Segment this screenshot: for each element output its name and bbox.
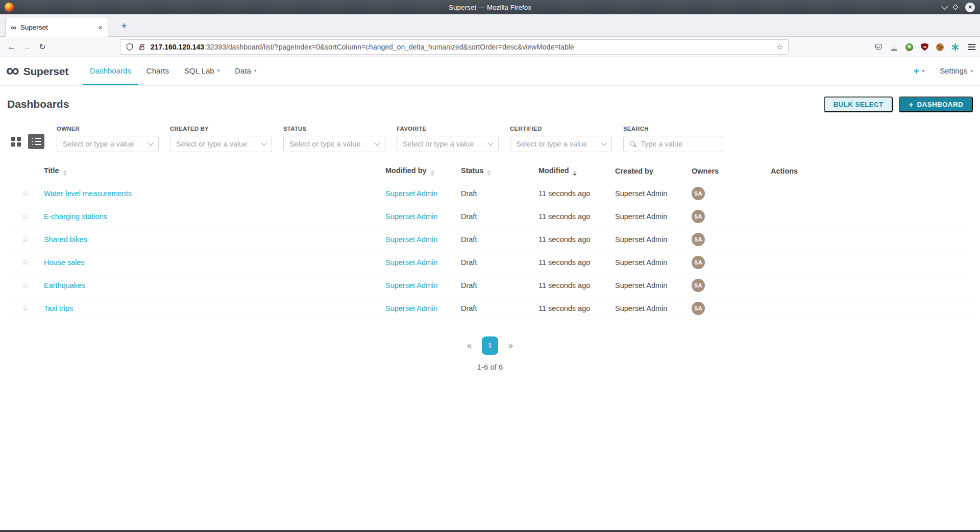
menu-hamburger-icon[interactable] — [967, 43, 976, 52]
favorite-star-icon[interactable]: ☆ — [21, 188, 29, 198]
dashboard-title-link[interactable]: Shared bikes — [44, 235, 87, 244]
search-input[interactable] — [641, 140, 717, 148]
superset-favicon-icon: ∞ — [11, 23, 16, 32]
superset-brand-name: Superset — [23, 65, 68, 78]
pagination-summary: 1-6 of 6 — [0, 362, 980, 371]
certified-select-input[interactable] — [516, 140, 602, 148]
column-header-status[interactable]: Status — [461, 160, 538, 182]
page-1-button[interactable]: 1 — [482, 336, 498, 355]
browser-tab[interactable]: ∞ Superset × — [5, 17, 108, 37]
search-box[interactable] — [623, 136, 723, 152]
sort-icon[interactable] — [430, 171, 434, 176]
window-close-icon[interactable]: × — [965, 3, 975, 12]
list-view-icon[interactable] — [28, 134, 44, 149]
column-header-title[interactable]: Title — [44, 160, 385, 182]
sort-icon[interactable] — [63, 171, 67, 176]
nav-item-data[interactable]: Data▾ — [228, 57, 263, 85]
window-maximize-icon[interactable] — [952, 4, 958, 10]
status-select-input[interactable] — [289, 140, 375, 148]
previous-page-button[interactable]: « — [467, 341, 472, 350]
ublock-origin-icon[interactable]: U0 — [920, 43, 929, 52]
chevron-down-icon — [487, 140, 493, 146]
window-minimize-icon[interactable] — [941, 3, 948, 10]
dashboard-title-link[interactable]: Earthquakes — [44, 281, 85, 289]
nav-item-charts[interactable]: Charts — [139, 57, 176, 85]
favorite-select-input[interactable] — [403, 140, 488, 148]
owner-avatar[interactable]: SA — [692, 302, 705, 315]
modified-by-link[interactable]: Superset Admin — [385, 235, 437, 244]
window-bottom-edge — [0, 530, 980, 532]
owner-avatar[interactable]: SA — [692, 279, 705, 292]
sort-icon[interactable] — [487, 171, 491, 176]
reload-button[interactable]: ↻ — [35, 39, 50, 55]
asterisk-extension-icon[interactable] — [951, 43, 960, 52]
nav-item-dashboards[interactable]: Dashboards — [83, 57, 138, 85]
favorite-star-icon[interactable]: ☆ — [21, 234, 29, 244]
dashboard-title-link[interactable]: E-charging stations — [44, 212, 107, 221]
modified-by-link[interactable]: Superset Admin — [385, 212, 437, 221]
owner-avatar[interactable]: SA — [692, 210, 705, 223]
actions-cell — [771, 251, 972, 274]
favorite-select[interactable] — [397, 136, 499, 152]
favorite-star-icon[interactable]: ☆ — [21, 303, 29, 313]
favorite-star-icon[interactable]: ☆ — [21, 280, 29, 290]
filter-label: STATUS — [283, 126, 385, 132]
favorite-star-icon[interactable]: ☆ — [21, 257, 29, 267]
card-view-icon[interactable] — [11, 137, 21, 147]
owner-avatar[interactable]: SA — [692, 187, 705, 200]
shield-icon[interactable] — [126, 43, 134, 51]
nav-item-sql-lab[interactable]: SQL Lab▾ — [177, 57, 227, 85]
filter-favorite: FAVORITE — [397, 126, 499, 152]
search-icon — [629, 140, 637, 148]
dashboards-table-body: ☆ Water level measurements Superset Admi… — [6, 182, 972, 320]
dashboard-title-link[interactable]: House sales — [44, 258, 85, 267]
dashboard-title-link[interactable]: Water level measurements — [44, 189, 132, 198]
new-dashboard-button[interactable]: +DASHBOARD — [899, 96, 973, 112]
certified-select[interactable] — [510, 136, 612, 152]
privacy-badger-icon[interactable] — [905, 43, 914, 52]
owner-avatar[interactable]: SA — [692, 256, 705, 269]
settings-menu[interactable]: Settings▾ — [940, 66, 973, 75]
created-by-select-input[interactable] — [176, 140, 262, 148]
back-button[interactable]: ← — [4, 39, 19, 55]
bookmark-star-icon[interactable]: ☆ — [776, 42, 783, 52]
dashboard-title-link[interactable]: Taxi trips — [44, 304, 73, 312]
modified-by-link[interactable]: Superset Admin — [385, 189, 437, 198]
insecure-lock-icon[interactable] — [138, 43, 146, 51]
chevron-down-icon: ▾ — [254, 68, 257, 73]
modified-by-link[interactable]: Superset Admin — [385, 281, 437, 289]
window-title: Superset — Mozilla Firefox — [0, 4, 980, 11]
superset-logo[interactable]: ∞ Superset — [6, 57, 68, 85]
owner-avatar[interactable]: SA — [692, 233, 705, 246]
new-item-menu[interactable]: +▾ — [914, 65, 925, 77]
favorite-star-icon[interactable]: ☆ — [21, 211, 29, 221]
actions-cell — [771, 274, 972, 297]
column-header-created-by: Created by — [615, 160, 692, 182]
modified-by-link[interactable]: Superset Admin — [385, 258, 437, 267]
cookie-extension-icon[interactable] — [936, 43, 944, 52]
created-by-text: Superset Admin — [615, 235, 667, 244]
dashboard-row: ☆ Water level measurements Superset Admi… — [6, 182, 972, 205]
downloads-icon[interactable]: ↓ — [890, 43, 898, 52]
status-text: Draft — [461, 281, 477, 289]
actions-cell — [771, 182, 972, 205]
dashboard-row: ☆ Shared bikes Superset Admin Draft 11 s… — [6, 228, 972, 251]
bulk-select-button[interactable]: BULK SELECT — [824, 96, 893, 112]
pocket-icon[interactable] — [874, 43, 883, 52]
created-by-select[interactable] — [170, 136, 272, 152]
owner-select[interactable] — [57, 136, 159, 152]
modified-by-link[interactable]: Superset Admin — [385, 304, 437, 312]
created-by-text: Superset Admin — [615, 212, 667, 221]
page-header: Dashboards BULK SELECT +DASHBOARD — [0, 86, 980, 123]
url-bar[interactable]: 217.160.120.143:32393/dashboard/list/?pa… — [120, 39, 789, 55]
new-tab-button[interactable]: + — [116, 18, 132, 34]
column-header-modified-by[interactable]: Modified by — [385, 160, 461, 182]
tab-close-icon[interactable]: × — [98, 23, 103, 32]
next-page-button[interactable]: » — [508, 341, 513, 350]
dashboard-row: ☆ Earthquakes Superset Admin Draft 11 se… — [6, 274, 972, 297]
sort-desc-icon[interactable] — [573, 171, 577, 176]
owner-select-input[interactable] — [63, 140, 149, 148]
forward-button[interactable]: → — [19, 39, 35, 55]
status-select[interactable] — [283, 136, 385, 152]
column-header-modified[interactable]: Modified — [538, 160, 615, 182]
